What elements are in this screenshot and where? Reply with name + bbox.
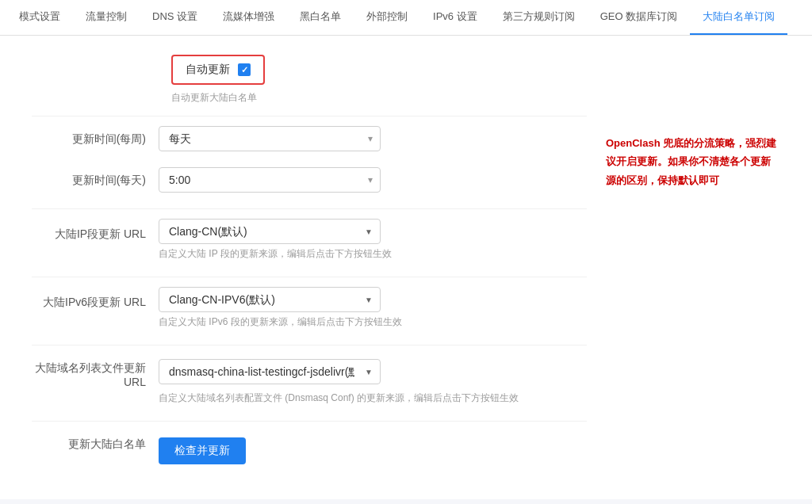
ip-update-url-label: 大陆IP段更新 URL [32,221,159,242]
update-time-select[interactable]: 0:001:002:003:004:005:006:0012:0018:0023… [159,167,381,193]
ipv6-update-url-row: 大陆IPv6段更新 URL Clang-CN-IPV6(默认)其他源 自定义大陆… [32,287,587,329]
update-time-label: 更新时间(每天) [32,167,159,188]
update-button-row: 更新大陆白名单 检查并更新 [32,431,587,464]
auto-update-checkbox[interactable] [238,63,251,76]
tab-流媒体增强[interactable]: 流媒体增强 [210,0,287,35]
tab-IPv6 设置[interactable]: IPv6 设置 [420,0,490,35]
ip-update-url-hint: 自定义大陆 IP 段的更新来源，编辑后点击下方按钮生效 [32,247,392,261]
ip-update-url-select-wrapper: Clang-CN(默认)其他源 [159,219,381,244]
domain-update-url-control: dnsmasq-china-list-testingcf-jsdelivr(默认… [159,359,381,384]
tab-大陆白名单订阅[interactable]: 大陆白名单订阅 [690,0,787,35]
update-button-control: 检查并更新 [159,431,396,464]
tab-DNS 设置[interactable]: DNS 设置 [140,0,210,35]
ip-update-url-row: 大陆IP段更新 URL Clang-CN(默认)其他源 自定义大陆 IP 段的更… [32,219,587,261]
update-interval-select-wrapper: 每天每周一每周二每周三每周四每周五每周六每周日 [159,126,381,151]
tab-bar: 模式设置流量控制DNS 设置流媒体增强黑白名单外部控制IPv6 设置第三方规则订… [0,0,812,36]
update-interval-label: 更新时间(每周) [32,126,159,147]
update-interval-control: 每天每周一每周二每周三每周四每周五每周六每周日 [159,126,396,151]
ip-update-url-select[interactable]: Clang-CN(默认)其他源 [159,219,381,244]
update-time-control: 0:001:002:003:004:005:006:0012:0018:0023… [159,167,396,193]
update-time-select-wrapper: 0:001:002:003:004:005:006:0012:0018:0023… [159,167,381,193]
domain-update-url-select-wrapper: dnsmasq-china-list-testingcf-jsdelivr(默认… [159,359,381,384]
update-interval-row: 更新时间(每周) 每天每周一每周二每周三每周四每周五每周六每周日 [32,126,587,151]
update-interval-select[interactable]: 每天每周一每周二每周三每周四每周五每周六每周日 [159,126,381,151]
main-form: 自动更新 自动更新大陆白名单 更新时间(每周) 每天每周一每周二每周三每周四每周… [32,55,587,480]
side-note-text: OpenClash 兜底的分流策略，强烈建议开启更新。如果你不清楚各个更新源的区… [606,134,780,189]
ip-update-url-control: Clang-CN(默认)其他源 [159,219,381,244]
ipv6-update-url-hint: 自定义大陆 IPv6 段的更新来源，编辑后点击下方按钮生效 [32,315,402,329]
domain-update-url-row: 大陆域名列表文件更新 URL dnsmasq-china-list-testin… [32,355,587,405]
tab-GEO 数据库订阅[interactable]: GEO 数据库订阅 [588,0,691,35]
side-note: OpenClash 兜底的分流策略，强烈建议开启更新。如果你不清楚各个更新源的区… [606,55,780,480]
tab-模式设置[interactable]: 模式设置 [6,0,73,35]
auto-update-label: 自动更新 [186,63,230,77]
auto-update-hint: 自动更新大陆白名单 [171,91,257,105]
ipv6-update-url-select[interactable]: Clang-CN-IPV6(默认)其他源 [159,287,381,312]
domain-update-url-select[interactable]: dnsmasq-china-list-testingcf-jsdelivr(默认… [159,359,381,384]
update-button-label: 更新大陆白名单 [32,431,159,452]
ipv6-update-url-label: 大陆IPv6段更新 URL [32,289,159,310]
tab-外部控制[interactable]: 外部控制 [354,0,420,35]
ipv6-update-url-select-wrapper: Clang-CN-IPV6(默认)其他源 [159,287,381,312]
tab-第三方规则订阅[interactable]: 第三方规则订阅 [490,0,588,35]
domain-update-url-hint: 自定义大陆域名列表配置文件 (Dnsmasq Conf) 的更新来源，编辑后点击… [32,391,519,405]
tab-流量控制[interactable]: 流量控制 [73,0,140,35]
check-update-button[interactable]: 检查并更新 [159,437,246,464]
update-time-row: 更新时间(每天) 0:001:002:003:004:005:006:0012:… [32,167,587,193]
domain-update-url-label: 大陆域名列表文件更新 URL [32,355,159,388]
ipv6-update-url-control: Clang-CN-IPV6(默认)其他源 [159,287,381,312]
tab-黑白名单[interactable]: 黑白名单 [287,0,354,35]
auto-update-box: 自动更新 [171,55,265,85]
